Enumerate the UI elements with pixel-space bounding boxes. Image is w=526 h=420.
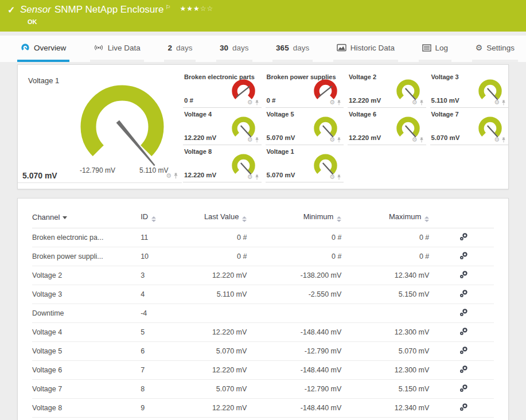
pin-icon[interactable]: [173, 173, 178, 179]
gauge-cell[interactable]: Voltage 6 12.220 mV ⚙: [348, 108, 426, 145]
table-row: Voltage 2 3 12.220 mV -138.200 mV 12.340…: [32, 266, 494, 285]
sort-icon: [424, 216, 429, 222]
gauge-cell[interactable]: Voltage 2 12.220 mV ⚙: [348, 71, 426, 108]
col-header-maximum[interactable]: Maximum: [346, 209, 434, 228]
gauge-label: Voltage 3: [431, 73, 459, 80]
channel-settings-icon[interactable]: [459, 289, 468, 298]
channel-last-value: 12.220 mV: [178, 323, 252, 342]
channel-name-link[interactable]: Broken electronic pa...: [32, 228, 141, 247]
channel-id: 2: [141, 418, 177, 420]
gauge-cell[interactable]: Voltage 5 5.070 mV ⚙: [266, 108, 344, 145]
primary-gauge-cell[interactable]: Voltage 1 5.070 mV -12.790 mV 5.110 mV ⚙: [18, 71, 182, 183]
channel-minimum: 0 #: [251, 228, 346, 247]
channel-table-panel: Channel ID Last Value Minimum Maximum Br…: [17, 198, 509, 420]
gauge-label: Voltage 1: [267, 148, 294, 155]
pin-icon[interactable]: [337, 137, 341, 143]
channel-settings-icon[interactable]: [459, 365, 468, 374]
channel-settings-icon[interactable]: [459, 346, 468, 355]
gauge-cell[interactable]: Voltage 4 12.220 mV ⚙: [183, 108, 262, 145]
gauge-settings-icon[interactable]: ⚙: [166, 173, 172, 179]
channel-settings-icon[interactable]: [459, 308, 468, 317]
col-header-minimum[interactable]: Minimum: [251, 209, 346, 228]
gauge-settings-icon[interactable]: ⚙: [329, 99, 335, 106]
pin-icon[interactable]: [337, 100, 341, 106]
channel-settings-icon[interactable]: [459, 403, 468, 411]
gauge-settings-icon[interactable]: ⚙: [494, 137, 500, 143]
channel-name-link[interactable]: Voltage 8: [32, 399, 141, 418]
channel-settings-icon[interactable]: [459, 384, 468, 392]
channel-name-link[interactable]: Voltage 2: [32, 266, 141, 285]
channel-maximum: 5.150 mV: [346, 380, 434, 399]
pin-icon[interactable]: [337, 174, 341, 180]
channel-settings-icon[interactable]: [459, 270, 468, 279]
channel-minimum: -138.200 mV: [251, 266, 346, 285]
sensor-status-bar: ✓ SensorSNMP NetApp Enclosure⚐★★★☆☆ OK: [0, 0, 526, 32]
table-row: Downtime -4: [32, 304, 494, 323]
channel-maximum: [346, 304, 434, 323]
tab-historic-data[interactable]: Historic Data: [333, 36, 398, 62]
channel-name-link[interactable]: Voltage 5: [32, 342, 141, 361]
channel-name-link[interactable]: Broken power suppli...: [32, 247, 141, 266]
star-icon[interactable]: ★: [180, 5, 186, 13]
gauge-settings-icon[interactable]: ⚙: [329, 174, 335, 180]
star-icon[interactable]: ☆: [206, 5, 213, 13]
channel-name-link[interactable]: Downtime: [32, 304, 141, 323]
tab-settings[interactable]: ⚙ Settings: [472, 36, 518, 62]
gauge-settings-icon[interactable]: ⚙: [412, 137, 418, 143]
channel-name-link[interactable]: Voltage 6: [32, 361, 141, 380]
pin-icon[interactable]: [419, 137, 424, 143]
channel-name-link[interactable]: Voltage 4: [32, 323, 141, 342]
tab-2-days[interactable]: 2days: [164, 36, 196, 62]
gauge-cell[interactable]: Voltage 7 5.070 mV ⚙: [430, 108, 509, 145]
gauge-settings-icon[interactable]: ⚙: [247, 137, 253, 143]
col-header-channel[interactable]: Channel: [32, 209, 141, 228]
primary-gauge-min: -12.790 mV: [80, 166, 115, 174]
gauge-settings-icon[interactable]: ⚙: [247, 99, 253, 106]
channel-id: 8: [141, 380, 177, 399]
pin-icon[interactable]: [419, 100, 424, 106]
gauge-value: 5.070 mV: [431, 134, 460, 141]
channel-settings-icon[interactable]: [459, 232, 468, 241]
col-header-id[interactable]: ID: [141, 209, 177, 228]
channel-minimum: -148.440 mV: [251, 361, 346, 380]
gauge-settings-icon[interactable]: ⚙: [412, 99, 418, 106]
gauge-settings-icon[interactable]: ⚙: [329, 137, 335, 143]
channel-name-link[interactable]: Voltage 3: [32, 285, 141, 304]
star-rating[interactable]: ★★★☆☆: [180, 5, 213, 13]
channel-settings-icon[interactable]: [459, 327, 468, 336]
pin-icon[interactable]: [255, 174, 259, 180]
gauge-cell[interactable]: Broken power supplies 0 # ⚙: [266, 71, 344, 108]
channel-name-link[interactable]: Voltage 7: [32, 380, 141, 399]
channel-name-link[interactable]: Voltage 1: [32, 418, 141, 420]
tab-live-data[interactable]: Live Data: [90, 36, 144, 62]
channel-last-value: 5.070 mV: [178, 342, 252, 361]
tab-30-days[interactable]: 30days: [216, 36, 252, 62]
gauge-grid: Broken electronic parts 0 # ⚙ Broken pow…: [183, 71, 508, 182]
gauge-settings-icon[interactable]: ⚙: [494, 99, 500, 106]
star-icon[interactable]: ☆: [200, 5, 207, 13]
star-icon[interactable]: ★: [186, 5, 193, 13]
col-header-last-value[interactable]: Last Value: [178, 209, 252, 228]
channel-minimum: -12.790 mV: [251, 418, 346, 420]
star-icon[interactable]: ★: [193, 5, 200, 13]
priority-flag-icon[interactable]: ⚐: [165, 4, 170, 10]
gauge-cell[interactable]: Broken electronic parts 0 # ⚙: [183, 71, 262, 108]
tab-365-days[interactable]: 365days: [272, 36, 313, 62]
channel-settings-icon[interactable]: [459, 251, 468, 260]
pin-icon[interactable]: [255, 137, 259, 143]
pin-icon[interactable]: [501, 100, 506, 106]
tab-overview[interactable]: Overview: [17, 36, 69, 62]
sort-icon: [337, 216, 341, 222]
pin-icon[interactable]: [255, 100, 259, 106]
gauge-settings-icon[interactable]: ⚙: [247, 174, 253, 180]
gauge-cell[interactable]: Voltage 1 5.070 mV ⚙: [266, 145, 344, 182]
sort-icon: [242, 216, 247, 222]
gauge-value: 0 #: [267, 97, 276, 104]
tab-log[interactable]: Log: [419, 36, 452, 62]
table-header-row: Channel ID Last Value Minimum Maximum: [32, 209, 494, 228]
pin-icon[interactable]: [501, 137, 506, 143]
gauge-cell[interactable]: Voltage 3 5.110 mV ⚙: [430, 71, 509, 108]
gear-icon: ⚙: [476, 43, 483, 52]
gauge-cell[interactable]: Voltage 8 12.220 mV ⚙: [183, 145, 262, 182]
gauge-value: 12.220 mV: [184, 172, 216, 178]
